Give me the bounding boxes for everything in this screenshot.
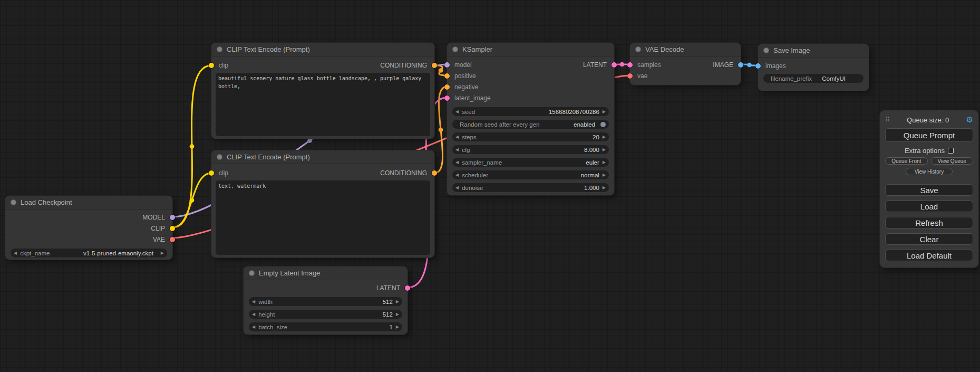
node-empty-latent-image[interactable]: Empty Latent Image LATENT ◀ width 512 ▶ … — [244, 266, 407, 335]
node-load-checkpoint[interactable]: Load Checkpoint MODEL CLIP VAE ◀ ckpt_na… — [5, 196, 172, 260]
node-save-image[interactable]: Save Image images filename_prefix ComfyU… — [758, 44, 869, 91]
queue-front-button[interactable]: Queue Front — [885, 157, 928, 165]
port-row: latent_image — [447, 92, 614, 103]
wire-midpoint-dot-image — [747, 63, 752, 68]
node-clip-text-encode-negative[interactable]: CLIP Text Encode (Prompt) clip CONDITION… — [211, 150, 434, 257]
node-title: Save Image — [773, 46, 810, 54]
decrement-arrow-icon[interactable]: ◀ — [455, 186, 459, 190]
node-title: VAE Decode — [645, 45, 684, 53]
port-model-output[interactable] — [170, 215, 175, 220]
output-row: LATENT — [244, 282, 407, 293]
port-samples-input[interactable] — [627, 62, 633, 68]
decrement-arrow-icon[interactable]: ◀ — [455, 148, 459, 152]
node-title-bar[interactable]: Empty Latent Image — [244, 266, 407, 280]
widget-height[interactable]: ◀ height 512 ▶ — [249, 310, 402, 319]
settings-gear-icon[interactable]: ⚙ — [966, 115, 973, 125]
node-vae-decode[interactable]: VAE Decode samples IMAGE vae — [630, 43, 741, 85]
node-title-bar[interactable]: CLIP Text Encode (Prompt) — [211, 150, 434, 164]
widget-seed[interactable]: ◀ seed 156680208700286 ▶ — [452, 107, 609, 116]
widget-batch-size[interactable]: ◀ batch_size 1 ▶ — [249, 322, 402, 331]
queue-buttons-row: Queue Front View Queue — [885, 157, 973, 165]
extra-options-label: Extra options — [905, 147, 945, 155]
node-title-bar[interactable]: KSampler — [447, 43, 614, 56]
increment-arrow-icon[interactable]: ▶ — [396, 325, 399, 329]
port-conditioning-output[interactable] — [432, 63, 437, 68]
clear-button[interactable]: Clear — [885, 233, 973, 245]
collapse-dot[interactable] — [11, 199, 16, 205]
node-title-bar[interactable]: VAE Decode — [630, 43, 741, 56]
save-button[interactable]: Save — [885, 184, 973, 196]
wire-midpoint-dot-model — [307, 138, 312, 143]
port-vae-output[interactable] — [170, 237, 175, 242]
widget-denoise[interactable]: ◀ denoise 1.000 ▶ — [452, 183, 609, 192]
positive-prompt-textarea[interactable]: beautiful scenery nature glass bottle la… — [216, 73, 430, 136]
widget-scheduler[interactable]: ◀ scheduler normal ▶ — [452, 170, 609, 179]
node-ksampler[interactable]: KSampler model LATENT positive negative … — [447, 43, 614, 195]
port-clip-output[interactable] — [170, 226, 175, 231]
history-buttons-row: View History — [885, 168, 973, 175]
output-row: VAE — [5, 234, 172, 245]
node-title-bar[interactable]: Load Checkpoint — [5, 196, 172, 209]
queue-size-label: Queue size: 0 — [890, 116, 966, 124]
refresh-button[interactable]: Refresh — [885, 217, 973, 228]
increment-arrow-icon[interactable]: ▶ — [603, 110, 606, 114]
queue-prompt-button[interactable]: Queue Prompt — [885, 128, 973, 142]
port-clip-input[interactable] — [209, 63, 214, 68]
widget-sampler-name[interactable]: ◀ sampler_name euler ▶ — [452, 158, 609, 167]
collapse-dot[interactable] — [217, 154, 222, 160]
decrement-arrow-icon[interactable]: ◀ — [455, 160, 459, 165]
menu-drag-handle-icon[interactable]: ⠿ — [885, 116, 890, 123]
decrement-arrow-icon[interactable]: ◀ — [455, 173, 459, 177]
port-images-input[interactable] — [755, 63, 761, 69]
port-row: clip CONDITIONING — [211, 60, 434, 71]
port-positive-input[interactable] — [444, 73, 450, 79]
widget-steps[interactable]: ◀ steps 20 ▶ — [452, 132, 609, 141]
comfyui-canvas[interactable]: { "icons": { "left_arrow": "◀", "right_a… — [0, 0, 980, 372]
node-title-bar[interactable]: CLIP Text Encode (Prompt) — [211, 43, 434, 56]
load-default-button[interactable]: Load Default — [885, 250, 973, 261]
negative-prompt-textarea[interactable]: text, watermark — [216, 180, 430, 255]
port-negative-input[interactable] — [444, 84, 450, 90]
port-clip-input[interactable] — [209, 170, 214, 176]
increment-arrow-icon[interactable]: ▶ — [161, 251, 164, 255]
widget-cfg[interactable]: ◀ cfg 8.000 ▶ — [452, 145, 609, 154]
decrement-arrow-icon[interactable]: ◀ — [252, 325, 255, 329]
port-image-output[interactable] — [738, 62, 743, 68]
port-conditioning-output[interactable] — [432, 170, 437, 176]
node-title: Empty Latent Image — [259, 269, 320, 277]
increment-arrow-icon[interactable]: ▶ — [603, 173, 606, 177]
widget-filename-prefix[interactable]: filename_prefix ComfyUI — [763, 74, 863, 83]
decrement-arrow-icon[interactable]: ◀ — [252, 300, 255, 304]
extra-options-checkbox[interactable] — [948, 148, 954, 154]
view-queue-button[interactable]: View Queue — [931, 157, 974, 165]
collapse-dot[interactable] — [635, 46, 641, 52]
increment-arrow-icon[interactable]: ▶ — [603, 186, 606, 190]
port-latent-image-input[interactable] — [444, 96, 450, 101]
increment-arrow-icon[interactable]: ▶ — [396, 300, 399, 304]
widget-width[interactable]: ◀ width 512 ▶ — [249, 297, 402, 306]
decrement-arrow-icon[interactable]: ◀ — [14, 251, 17, 255]
load-button[interactable]: Load — [885, 201, 973, 212]
widget-random-seed-toggle[interactable]: Random seed after every gen enabled — [452, 120, 609, 129]
port-latent-output[interactable] — [405, 285, 410, 291]
node-title-bar[interactable]: Save Image — [758, 44, 869, 58]
decrement-arrow-icon[interactable]: ◀ — [455, 135, 459, 139]
increment-arrow-icon[interactable]: ▶ — [396, 312, 399, 317]
view-history-button[interactable]: View History — [906, 168, 953, 175]
collapse-dot[interactable] — [763, 47, 769, 53]
collapse-dot[interactable] — [452, 46, 458, 52]
widget-ckpt-name[interactable]: ◀ ckpt_name v1-5-pruned-emaonly.ckpt ▶ — [11, 249, 167, 257]
port-vae-input[interactable] — [627, 73, 633, 79]
output-row: CLIP — [5, 223, 172, 234]
port-model-input[interactable] — [444, 62, 450, 68]
collapse-dot[interactable] — [249, 270, 255, 276]
node-clip-text-encode-positive[interactable]: CLIP Text Encode (Prompt) clip CONDITION… — [211, 43, 434, 139]
toggle-dot[interactable] — [600, 122, 606, 127]
increment-arrow-icon[interactable]: ▶ — [603, 135, 606, 139]
port-latent-output[interactable] — [612, 62, 617, 68]
increment-arrow-icon[interactable]: ▶ — [603, 148, 606, 152]
collapse-dot[interactable] — [217, 46, 222, 52]
decrement-arrow-icon[interactable]: ◀ — [455, 110, 459, 114]
increment-arrow-icon[interactable]: ▶ — [603, 160, 606, 165]
decrement-arrow-icon[interactable]: ◀ — [252, 312, 255, 317]
